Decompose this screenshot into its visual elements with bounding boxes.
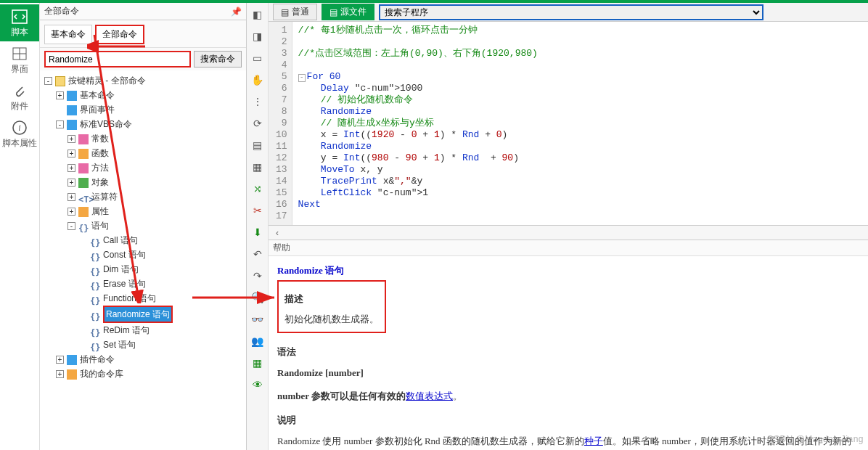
tree-function[interactable]: Function 语句 xyxy=(103,293,156,303)
tree-randomize[interactable]: Randomize 语句 xyxy=(103,306,173,323)
tree-erase[interactable]: Erase 语句 xyxy=(103,279,146,289)
expand-toggle[interactable]: + xyxy=(67,150,75,158)
tree-const[interactable]: 常数 xyxy=(91,134,109,144)
property-icon xyxy=(78,207,89,217)
editor-tabs: ▤普通 ▤源文件 搜索子程序 xyxy=(269,3,868,22)
expand-toggle[interactable]: + xyxy=(67,208,75,216)
expand-toggle[interactable]: + xyxy=(67,179,75,187)
folder-icon xyxy=(55,76,65,86)
help-seed-link[interactable]: 种子 xyxy=(584,435,603,446)
rail-props[interactable]: i 脚本属性 xyxy=(0,115,39,152)
tree-method[interactable]: 方法 xyxy=(91,163,109,173)
tool-17[interactable]: ▦ xyxy=(250,356,265,370)
code-editor[interactable]: 1234567891011121314151617 //* 每1秒随机点击一次，… xyxy=(269,22,868,225)
const-icon xyxy=(78,134,89,144)
func-icon xyxy=(78,149,89,159)
rail-script-label: 脚本 xyxy=(11,27,28,37)
help-explain-1: Randomize 使用 number 参数初始化 Rnd 函数的随机数生成器，… xyxy=(277,435,584,446)
expand-toggle[interactable]: + xyxy=(67,164,75,172)
tree-vbs[interactable]: 标准VBS命令 xyxy=(80,119,132,129)
tool-8[interactable]: ▦ xyxy=(250,160,265,174)
tool-7[interactable]: ▤ xyxy=(250,138,265,152)
tool-2[interactable]: ◨ xyxy=(250,29,265,44)
expand-toggle[interactable]: - xyxy=(56,120,64,128)
tree-basic[interactable]: 基本命令 xyxy=(80,90,115,100)
tab-source[interactable]: ▤源文件 xyxy=(322,4,374,20)
tree-redim[interactable]: ReDim 语句 xyxy=(103,325,150,335)
search-icon[interactable]: 🔍 xyxy=(250,290,265,305)
sub-search-wrap: 搜索子程序 xyxy=(379,4,763,20)
tree-plugin[interactable]: 插件命令 xyxy=(80,354,115,364)
help-desc-text: 初始化随机数生成器。 xyxy=(284,311,379,329)
tree-root[interactable]: 按键精灵 - 全部命令 xyxy=(68,75,146,86)
tree-const-stmt[interactable]: Const 语句 xyxy=(103,250,146,260)
brace-icon: {} xyxy=(78,221,89,232)
tool-1[interactable]: ◧ xyxy=(250,7,265,22)
brace-icon: {} xyxy=(90,340,100,351)
people-icon[interactable]: 👥 xyxy=(250,334,265,348)
tab-normal[interactable]: ▤普通 xyxy=(273,4,317,20)
watermark: CSDN @MandalaJiang xyxy=(767,434,864,444)
cmd-icon xyxy=(67,105,77,115)
binoculars-icon[interactable]: 👓 xyxy=(250,312,265,327)
rail-attach-label: 附件 xyxy=(11,101,28,111)
brace-icon: {} xyxy=(90,326,100,336)
help-syntax-heading: 语法 xyxy=(277,343,859,361)
command-tabs: 基本命令 全部命令 xyxy=(40,20,246,48)
expand-toggle[interactable]: - xyxy=(67,222,75,230)
brace-icon: {} xyxy=(90,279,100,290)
help-panel: 帮助 Randomize 语句 描述 初始化随机数生成器。 语法 Randomi… xyxy=(269,240,868,450)
tree-property[interactable]: 属性 xyxy=(91,206,109,216)
help-header: 帮助 xyxy=(269,240,868,256)
tree-operator[interactable]: 运算符 xyxy=(91,192,118,202)
cmd-icon xyxy=(67,91,77,101)
hand-icon[interactable]: ✋ xyxy=(250,73,265,87)
tree-dim[interactable]: Dim 语句 xyxy=(103,264,139,274)
lib-icon xyxy=(67,369,77,380)
tool-11[interactable]: ⬇ xyxy=(250,225,265,240)
command-search-button[interactable]: 搜索命令 xyxy=(194,51,242,68)
tree-mylib[interactable]: 我的命令库 xyxy=(80,369,123,379)
help-splitter[interactable]: ‹ xyxy=(269,225,868,240)
pin-icon[interactable]: 📌 xyxy=(231,7,242,17)
tool-9[interactable]: ⤭ xyxy=(250,181,265,196)
expand-toggle[interactable]: - xyxy=(44,77,52,85)
expand-toggle[interactable]: + xyxy=(67,193,75,201)
expand-toggle[interactable]: + xyxy=(56,91,64,99)
eye-icon[interactable]: 👁 xyxy=(250,377,265,392)
chevron-left-icon[interactable]: ‹ xyxy=(269,228,286,238)
tree-func[interactable]: 函数 xyxy=(91,148,109,158)
doc-icon: ▤ xyxy=(329,7,337,17)
undo-icon[interactable]: ↶ xyxy=(250,247,265,261)
rail-ui[interactable]: 界面 xyxy=(0,41,39,78)
tool-10[interactable]: ✂ xyxy=(250,203,265,218)
tree-object[interactable]: 对象 xyxy=(91,177,109,187)
tab-all-cmd[interactable]: 全部命令 xyxy=(95,25,144,44)
tree-call[interactable]: Call 语句 xyxy=(103,235,138,245)
help-title: Randomize 语句 xyxy=(277,262,859,280)
command-tree[interactable]: -按键精灵 - 全部命令 +基本命令 界面事件 -标准VBS命令 +常数 +函数… xyxy=(40,70,246,450)
help-param-link[interactable]: 数值表达式 xyxy=(406,390,453,401)
expand-toggle[interactable]: + xyxy=(56,356,64,364)
tool-5[interactable]: ⋮ xyxy=(250,94,265,109)
tool-6[interactable]: ⟳ xyxy=(250,116,265,131)
command-search-input[interactable] xyxy=(44,51,191,68)
redo-icon[interactable]: ↷ xyxy=(250,269,265,283)
brace-icon: {} xyxy=(90,236,100,246)
code-content[interactable]: //* 每1秒随机点击一次，循环点击一分钟 //*点击区域范围：左上角(0,90… xyxy=(292,22,544,225)
tab-basic-cmd[interactable]: 基本命令 xyxy=(44,25,92,44)
tree-set[interactable]: Set 语句 xyxy=(103,340,136,350)
expand-toggle[interactable]: + xyxy=(56,370,64,378)
editor-area: ▤普通 ▤源文件 搜索子程序 1234567891011121314151617… xyxy=(269,3,868,450)
rail-attach[interactable]: 附件 xyxy=(0,78,39,115)
help-syntax-text: Randomize [number] xyxy=(277,367,364,378)
tool-3[interactable]: ▭ xyxy=(250,51,265,65)
info-icon: i xyxy=(11,120,28,136)
rail-script[interactable]: 脚本 xyxy=(0,4,39,41)
cmd-icon xyxy=(67,355,77,365)
doc-icon: ▤ xyxy=(281,7,289,17)
tree-uievent[interactable]: 界面事件 xyxy=(80,105,115,115)
expand-toggle[interactable]: + xyxy=(67,135,75,143)
tree-statement[interactable]: 语句 xyxy=(91,221,109,231)
sub-search-select[interactable]: 搜索子程序 xyxy=(379,4,763,20)
